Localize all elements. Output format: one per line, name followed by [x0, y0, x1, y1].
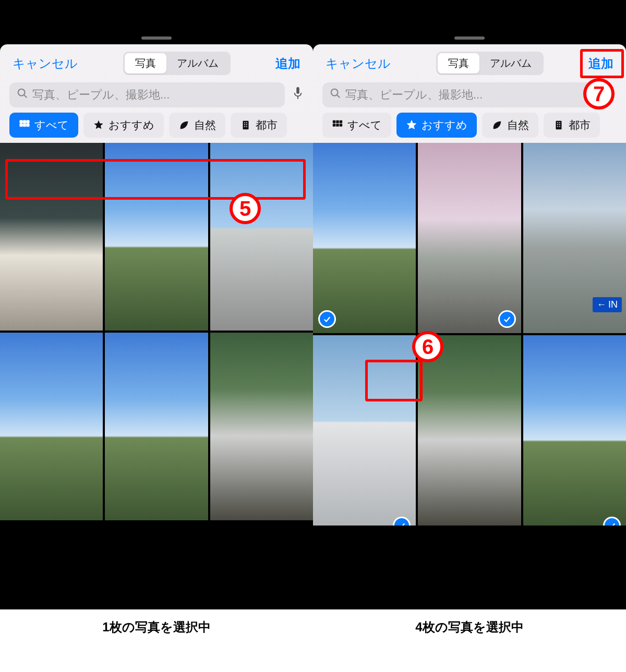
search-row	[313, 79, 626, 113]
svg-rect-15	[244, 126, 245, 127]
photo-thumbnail[interactable]	[210, 143, 313, 331]
nav-bar: キャンセル 写真 アルバム 追加	[0, 44, 313, 79]
search-field[interactable]	[322, 82, 598, 107]
cancel-button[interactable]: キャンセル	[9, 53, 81, 74]
photo-grid-row1: ←IN	[313, 143, 626, 333]
photo-grid-row1	[0, 143, 313, 331]
segment-photos[interactable]: 写真	[125, 53, 166, 74]
svg-rect-28	[557, 123, 558, 124]
photo-thumbnail[interactable]	[105, 333, 208, 520]
filter-bar: すべて おすすめ 自然 都市	[313, 113, 626, 143]
selection-count: 4枚の写真を選択中	[313, 609, 626, 672]
svg-rect-14	[246, 124, 247, 125]
nav-bar: キャンセル 写真 アルバム 追加	[313, 44, 626, 79]
search-icon	[330, 88, 341, 102]
svg-rect-25	[336, 124, 339, 127]
cancel-button[interactable]: キャンセル	[322, 53, 394, 74]
photo-thumbnail[interactable]	[313, 335, 416, 526]
svg-rect-19	[609, 87, 612, 94]
selected-check-icon	[318, 310, 336, 328]
photo-grid-row2	[313, 335, 626, 526]
photo-thumbnail[interactable]	[418, 335, 521, 526]
photo-thumbnail[interactable]	[105, 143, 208, 331]
star-icon	[93, 119, 104, 131]
svg-rect-24	[333, 124, 336, 127]
segment-photos[interactable]: 写真	[438, 53, 479, 74]
filter-city[interactable]: 都市	[544, 113, 600, 138]
svg-rect-16	[246, 126, 247, 127]
segment-albums[interactable]: アルバム	[479, 53, 542, 74]
search-icon	[17, 88, 28, 102]
add-button[interactable]: 追加	[272, 53, 304, 74]
photo-thumbnail[interactable]	[313, 143, 416, 333]
in-sign: ←IN	[593, 297, 622, 312]
leaf-icon	[178, 119, 190, 131]
filter-featured-label: おすすめ	[109, 118, 154, 132]
photo-thumbnail[interactable]	[418, 143, 521, 333]
svg-rect-13	[244, 124, 245, 125]
filter-city-label: 都市	[569, 118, 591, 132]
filter-featured[interactable]: おすすめ	[396, 113, 477, 138]
svg-rect-4	[20, 120, 23, 124]
sheet-handle[interactable]	[454, 36, 485, 40]
mic-icon[interactable]	[605, 86, 617, 104]
svg-rect-10	[243, 121, 249, 130]
filter-all-label: すべて	[34, 118, 69, 132]
svg-point-0	[18, 89, 25, 96]
svg-rect-29	[559, 123, 560, 124]
svg-rect-30	[557, 124, 558, 125]
selected-check-icon	[498, 310, 516, 328]
svg-rect-8	[23, 124, 26, 127]
filter-nature-label: 自然	[194, 118, 216, 132]
segment-albums[interactable]: アルバム	[166, 53, 229, 74]
svg-rect-2	[296, 87, 299, 94]
phone-right: キャンセル 写真 アルバム 追加 すべて	[313, 0, 626, 672]
photo-thumbnail[interactable]	[0, 333, 103, 520]
photo-picker-sheet: キャンセル 写真 アルバム 追加 すべて	[313, 44, 626, 672]
search-field[interactable]	[9, 82, 285, 107]
filter-all[interactable]: すべて	[9, 113, 78, 138]
filter-featured[interactable]: おすすめ	[83, 113, 164, 138]
photo-grid-row2	[0, 333, 313, 520]
search-input[interactable]	[32, 88, 278, 102]
photo-thumbnail[interactable]	[523, 335, 626, 526]
svg-point-17	[331, 89, 338, 96]
filter-nature-label: 自然	[507, 118, 529, 132]
photo-picker-sheet: キャンセル 写真 アルバム 追加 すべて	[0, 44, 313, 672]
selection-count: 1枚の写真を選択中	[0, 609, 313, 672]
segmented-control[interactable]: 写真 アルバム	[123, 52, 231, 75]
star-icon	[406, 119, 417, 131]
filter-city[interactable]: 都市	[231, 113, 287, 138]
svg-rect-22	[336, 120, 339, 124]
filter-bar: すべて おすすめ 自然 都市	[0, 113, 313, 143]
filter-all-label: すべて	[347, 118, 382, 132]
svg-rect-11	[244, 123, 245, 124]
building-icon	[553, 119, 564, 131]
svg-rect-21	[333, 120, 336, 124]
photo-thumbnail[interactable]: ←IN	[523, 143, 626, 333]
add-button[interactable]: 追加	[585, 53, 617, 74]
building-icon	[240, 119, 251, 131]
leaf-icon	[491, 119, 503, 131]
search-input[interactable]	[345, 88, 591, 102]
filter-featured-label: おすすめ	[422, 118, 467, 132]
filter-nature[interactable]: 自然	[482, 113, 538, 138]
svg-rect-12	[246, 123, 247, 124]
segmented-control[interactable]: 写真 アルバム	[436, 52, 544, 75]
svg-rect-9	[27, 124, 29, 127]
svg-line-1	[24, 95, 27, 98]
photo-thumbnail[interactable]	[0, 143, 103, 331]
svg-rect-7	[20, 124, 23, 127]
mic-icon[interactable]	[292, 86, 304, 104]
filter-city-label: 都市	[256, 118, 278, 132]
photo-thumbnail[interactable]	[210, 333, 313, 520]
sheet-handle[interactable]	[141, 36, 172, 40]
search-row	[0, 79, 313, 113]
filter-nature[interactable]: 自然	[169, 113, 225, 138]
filter-all[interactable]: すべて	[322, 113, 391, 138]
svg-rect-32	[557, 126, 558, 127]
svg-rect-33	[559, 126, 560, 127]
svg-rect-26	[340, 124, 343, 127]
grid-icon	[19, 119, 30, 131]
phone-left: キャンセル 写真 アルバム 追加 すべて	[0, 0, 313, 672]
